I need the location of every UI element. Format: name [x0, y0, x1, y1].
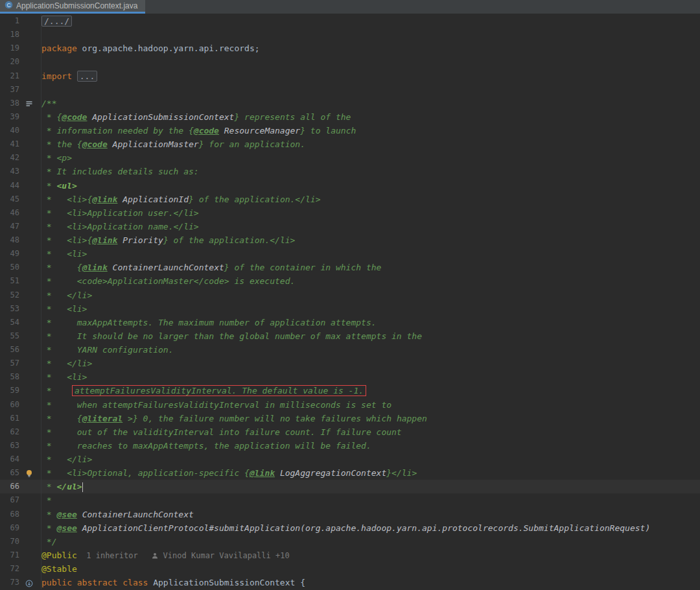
editor-gutter: 47 — [0, 220, 41, 233]
code-line[interactable]: 68 * @see ContainerLaunchContext — [0, 508, 700, 521]
code-line[interactable]: 39 * {@code ApplicationSubmissionContext… — [0, 110, 700, 124]
code-line[interactable]: 58 * <li> — [0, 370, 700, 384]
code-line[interactable]: 62 * out of the validityInterval into fa… — [0, 425, 700, 439]
code-line[interactable]: 42 * <p> — [0, 151, 700, 165]
overridden-marker-icon[interactable] — [19, 576, 39, 589]
code-line[interactable]: 54 * maxAppAttempts. The maximum number … — [0, 316, 700, 329]
editor-gutter: 71 — [0, 549, 41, 562]
code-line[interactable]: 49 * <li> — [0, 247, 700, 261]
token-doc: * the { — [41, 139, 82, 149]
code-line[interactable]: 71@Public 1 inheritor Vinod Kumar Vavila… — [0, 549, 700, 562]
code-editor[interactable]: 1/.../1819package org.apache.hadoop.yarn… — [0, 14, 700, 590]
code-line[interactable]: 73public abstract class ApplicationSubmi… — [0, 576, 700, 589]
code-line[interactable]: 67 * — [0, 493, 700, 507]
token-doc: * <li>Optional, application-specific { — [41, 468, 250, 478]
code-text: * </li> — [41, 453, 700, 466]
token-doc: /** — [41, 99, 56, 108]
code-text: * </ul> — [41, 480, 700, 493]
rendered-doc-toggle-icon[interactable] — [19, 97, 39, 110]
code-line[interactable]: 45 * <li>{@link ApplicationId} of the ap… — [0, 193, 700, 206]
token-doc: * — [41, 495, 52, 505]
code-line[interactable]: 50 * {@link ContainerLaunchContext} of t… — [0, 261, 700, 274]
code-text: * </li> — [41, 289, 700, 302]
code-line[interactable]: 66 * </ul> — [0, 480, 700, 493]
code-line[interactable]: 48 * <li>{@link Priority} of the applica… — [0, 233, 700, 247]
token-doc: * <li> — [41, 249, 87, 259]
code-line[interactable]: 44 * <ul> — [0, 179, 700, 193]
editor-gutter: 73 — [0, 576, 41, 589]
token-tag: @see — [56, 510, 76, 519]
line-number: 66 — [0, 480, 19, 493]
code-text: @Stable — [41, 562, 700, 576]
code-line[interactable]: 43 * It includes details such as: — [0, 165, 700, 178]
token-doc: * <code>ApplicationMaster</code> is exec… — [41, 276, 295, 286]
token-kw: package — [41, 43, 77, 53]
code-line[interactable]: 38/** — [0, 97, 700, 110]
line-number: 49 — [0, 247, 19, 261]
code-text: * <li>{@link Priority} of the applicatio… — [41, 233, 700, 247]
token-mk: <ul> — [56, 181, 76, 191]
code-line[interactable]: 53 * <li> — [0, 302, 700, 316]
token-tag: @literal — [82, 414, 123, 423]
lightbulb-icon[interactable] — [19, 466, 39, 480]
code-line[interactable]: 46 * <li>Application user.</li> — [0, 206, 700, 220]
line-number: 70 — [0, 535, 19, 549]
code-text: @Public 1 inheritor Vinod Kumar Vavilapa… — [41, 549, 700, 562]
code-text: * It should be no larger than the global… — [41, 329, 700, 343]
code-line[interactable]: 69 * @see ApplicationClientProtocol#subm… — [0, 521, 700, 535]
code-text: * </li> — [41, 357, 700, 370]
token-doc: * information needed by the { — [41, 126, 194, 136]
code-text: * <li> — [41, 302, 700, 316]
code-line[interactable]: 20 — [0, 55, 700, 69]
code-line[interactable]: 65 * <li>Optional, application-specific … — [0, 466, 700, 480]
code-text: package org.apache.hadoop.yarn.api.recor… — [41, 41, 700, 55]
code-line[interactable]: 57 * </li> — [0, 357, 700, 370]
code-text: * <li>Optional, application-specific {@l… — [41, 466, 700, 480]
code-line[interactable]: 51 * <code>ApplicationMaster</code> is e… — [0, 274, 700, 288]
code-line[interactable]: 70 */ — [0, 535, 700, 549]
line-number: 43 — [0, 165, 19, 178]
token-doc: * <li>Application user.</li> — [41, 208, 199, 218]
line-number: 19 — [0, 41, 19, 55]
code-line[interactable]: 60 * when attemptFailuresValidityInterva… — [0, 398, 700, 412]
line-number: 20 — [0, 55, 19, 69]
code-line[interactable]: 21import ... — [0, 69, 700, 83]
code-line[interactable]: 61 * {@literal >} 0, the failure number … — [0, 412, 700, 425]
line-number: 64 — [0, 453, 19, 466]
editor-tab-bar: C ApplicationSubmissionContext.java — [0, 0, 700, 14]
code-text: * @see ContainerLaunchContext — [41, 508, 700, 521]
code-line[interactable]: 72@Stable — [0, 562, 700, 576]
token-doc: * — [41, 386, 72, 395]
line-number: 73 — [0, 576, 19, 589]
tab-application-submission-context[interactable]: C ApplicationSubmissionContext.java — [0, 0, 145, 14]
editor-gutter: 38 — [0, 97, 41, 110]
code-line[interactable]: 55 * It should be no larger than the glo… — [0, 329, 700, 343]
token-fold: ... — [77, 71, 97, 82]
code-text: * <ul> — [41, 179, 700, 193]
code-line[interactable]: 59 * attemptFailuresValidityInterval. Th… — [0, 384, 700, 397]
line-number: 58 — [0, 370, 19, 384]
code-line[interactable]: 19package org.apache.hadoop.yarn.api.rec… — [0, 41, 700, 55]
editor-gutter: 21 — [0, 69, 41, 83]
code-line[interactable]: 37 — [0, 83, 700, 97]
code-line[interactable]: 18 — [0, 28, 700, 41]
token-doc: * — [41, 482, 56, 491]
code-line[interactable]: 63 * reaches to maxAppAttempts, the appl… — [0, 439, 700, 453]
code-line[interactable]: 41 * the {@code ApplicationMaster} for a… — [0, 137, 700, 151]
editor-gutter: 64 — [0, 453, 41, 466]
code-line[interactable]: 64 * </li> — [0, 453, 700, 466]
code-line[interactable]: 52 * </li> — [0, 289, 700, 302]
editor-gutter: 37 — [0, 83, 41, 97]
token-doc: * out of the validityInterval into failu… — [41, 427, 402, 437]
java-class-icon: C — [5, 1, 13, 11]
code-line[interactable]: 40 * information needed by the {@code Re… — [0, 124, 700, 137]
token-doc: * — [41, 523, 56, 533]
line-number: 72 — [0, 562, 19, 576]
code-text: * when attemptFailuresValidityInterval i… — [41, 398, 700, 412]
editor-gutter: 18 — [0, 28, 41, 41]
token-hint: Vinod Kumar Vavilapalli +10 — [158, 551, 289, 560]
code-line[interactable]: 47 * <li>Application name.</li> — [0, 220, 700, 233]
code-line[interactable]: 1/.../ — [0, 14, 700, 28]
code-line[interactable]: 56 * YARN configuration. — [0, 343, 700, 357]
editor-gutter: 54 — [0, 316, 41, 329]
